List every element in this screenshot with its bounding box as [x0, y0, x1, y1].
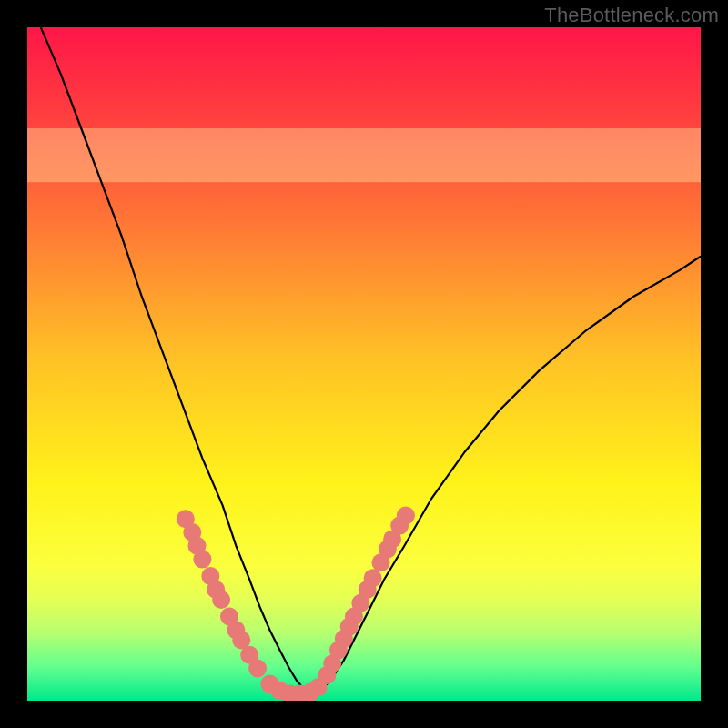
pale-band — [27, 128, 701, 182]
chart-frame: TheBottleneck.com — [0, 0, 728, 728]
chart-svg — [27, 27, 701, 701]
data-dot — [397, 507, 415, 525]
data-dot — [193, 551, 211, 569]
watermark-text: TheBottleneck.com — [544, 4, 719, 27]
data-dot — [212, 591, 230, 609]
data-dot — [248, 660, 267, 678]
plot-area — [27, 27, 701, 701]
data-dot — [364, 569, 382, 587]
